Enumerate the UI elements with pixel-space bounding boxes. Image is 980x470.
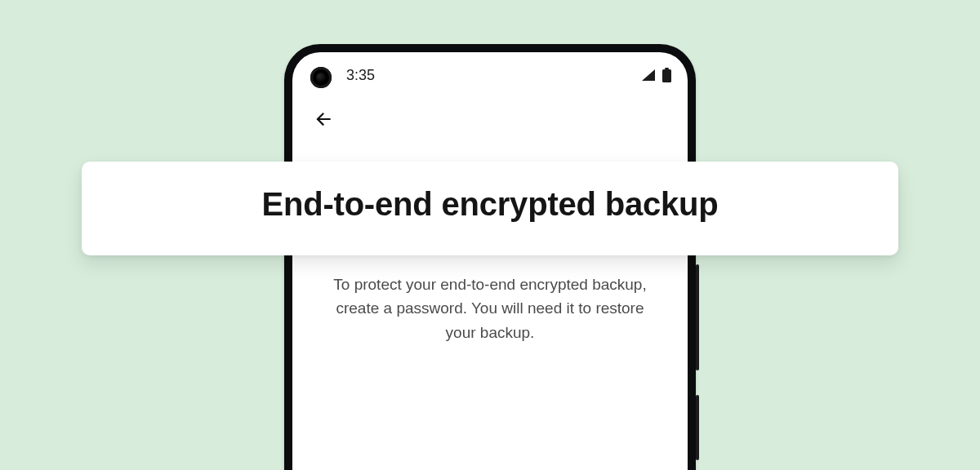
page-title: End-to-end encrypted backup [114, 186, 866, 223]
title-card: End-to-end encrypted backup [82, 162, 898, 255]
svg-rect-0 [665, 68, 669, 69]
stage: 3:35 [0, 0, 980, 470]
arrow-left-icon [313, 109, 334, 133]
phone-side-button [696, 395, 699, 460]
status-time: 3:35 [346, 67, 375, 84]
phone-frame: 3:35 [284, 44, 696, 470]
screen-description: To protect your end-to-end encrypted bac… [320, 273, 660, 344]
phone-screen: 3:35 [292, 52, 688, 470]
svg-rect-1 [662, 69, 671, 82]
back-button[interactable] [307, 104, 340, 137]
phone-side-button [696, 264, 699, 370]
app-nav-bar [292, 98, 688, 144]
battery-icon [662, 68, 671, 82]
status-right [641, 68, 671, 82]
cellular-signal-icon [641, 69, 656, 82]
status-bar: 3:35 [292, 52, 688, 98]
punch-hole-camera [310, 67, 332, 88]
